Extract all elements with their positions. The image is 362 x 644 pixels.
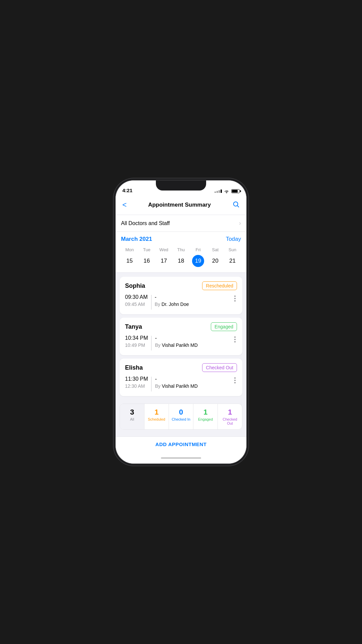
more-dot [234,339,236,340]
apt-info-elisha: - By Vishal Parikh MD [155,376,230,389]
add-appointment-bar[interactable]: ADD APPOINTMENT [116,436,246,452]
more-dot [234,300,236,302]
status-badge-rescheduled: Rescheduled [202,281,237,290]
tab-scheduled-number: 1 [146,408,167,417]
divider-sophia [151,295,152,310]
tab-engaged-number: 1 [195,408,216,417]
tab-all-label: All [121,417,143,421]
tab-checked-in-label: Checked In [170,417,192,421]
search-button[interactable] [231,199,241,211]
patient-name-sophia: Sophia [125,282,145,289]
more-dot [234,296,236,297]
card-times-tanya: 10:34 PM 10:49 PM - By Vishal Parikh MD [125,335,237,351]
apt-info-tanya: - By Vishal Parikh MD [155,335,230,348]
appointment-card-elisha: Elisha Checked Out 11:30 PM 12:30 AM - [120,359,242,396]
divider-elisha [151,377,152,391]
tab-checked-in-number: 0 [170,408,192,417]
apt-dash-tanya: - [155,335,230,341]
more-dot [234,380,236,381]
status-time: 4:21 [122,187,132,193]
tab-scheduled-label: Scheduled [146,417,167,421]
day-header-tue: Tue [138,247,155,252]
search-icon [232,201,240,208]
signal-icon [215,190,222,193]
date-15[interactable]: 15 [121,255,138,267]
card-top-sophia: Sophia Rescheduled [125,281,237,290]
calendar-section: March 2021 Today Mon Tue Wed Thu Fri Sat… [116,232,246,273]
summary-tabs: 3 All 1 Scheduled 0 Checked In 1 Engaged [120,404,242,430]
home-bar [161,457,201,459]
patient-name-elisha: Elisha [125,364,143,371]
time-block-sophia: 09:30 AM 09:45 AM [125,294,148,307]
apt-doctor-tanya: By Vishal Parikh MD [155,342,230,348]
day-header-sun: Sun [224,247,241,252]
day-header-wed: Wed [155,247,172,252]
date-17[interactable]: 17 [155,255,172,267]
time-start-elisha: 11:30 PM [125,376,148,382]
home-indicator [116,452,246,464]
calendar-days-header: Mon Tue Wed Thu Fri Sat Sun [121,247,241,252]
patient-name-tanya: Tanya [125,323,142,330]
calendar-dates: 15 16 17 18 19 20 21 [121,255,241,267]
battery-icon [231,189,240,193]
more-button-elisha[interactable] [233,376,237,385]
tab-checked-in[interactable]: 0 Checked In [169,404,193,429]
date-21[interactable]: 21 [224,255,241,267]
time-end-tanya: 10:49 PM [125,342,148,348]
status-icons [215,189,240,193]
tab-all-number: 3 [121,408,143,417]
appointments-list: Sophia Rescheduled 09:30 AM 09:45 AM - [116,273,246,400]
more-button-sophia[interactable] [233,294,237,303]
more-button-tanya[interactable] [233,335,237,344]
more-dot [234,377,236,379]
doctor-selector-text: All Doctors and Staff [121,220,170,226]
tab-scheduled[interactable]: 1 Scheduled [144,404,169,429]
tab-checked-out-number: 1 [219,408,241,417]
status-badge-checked-out: Checked Out [202,363,237,372]
appointment-card-tanya: Tanya Engaged 10:34 PM 10:49 PM - By [120,318,242,355]
tab-checked-out-label: Checked Out [219,417,241,425]
time-start-sophia: 09:30 AM [125,294,148,300]
time-end-elisha: 12:30 AM [125,383,148,389]
day-header-thu: Thu [172,247,189,252]
tab-checked-out[interactable]: 1 Checked Out [218,404,242,429]
card-top-tanya: Tanya Engaged [125,322,237,331]
tab-engaged-label: Engaged [195,417,216,421]
header: < Appointment Summary [116,195,246,215]
card-top-elisha: Elisha Checked Out [125,363,237,372]
more-dot [234,382,236,383]
date-20[interactable]: 20 [207,255,224,267]
day-header-sat: Sat [207,247,224,252]
day-header-fri: Fri [190,247,207,252]
day-header-mon: Mon [121,247,138,252]
date-19-selected[interactable]: 19 [192,255,204,267]
back-button[interactable]: < [121,199,128,211]
date-18[interactable]: 18 [172,255,189,267]
card-times-elisha: 11:30 PM 12:30 AM - By Vishal Parikh MD [125,376,237,391]
time-block-tanya: 10:34 PM 10:49 PM [125,335,148,348]
divider-tanya [151,336,152,351]
status-badge-engaged: Engaged [211,322,237,331]
apt-info-sophia: - By Dr. John Doe [155,294,230,307]
more-dot [234,341,236,342]
appointment-card-sophia: Sophia Rescheduled 09:30 AM 09:45 AM - [120,277,242,314]
month-label: March 2021 [121,236,152,243]
apt-doctor-sophia: By Dr. John Doe [155,302,230,307]
page-title: Appointment Summary [148,202,211,208]
time-start-tanya: 10:34 PM [125,335,148,341]
more-dot [234,336,236,338]
tab-engaged[interactable]: 1 Engaged [193,404,218,429]
time-end-sophia: 09:45 AM [125,302,148,307]
doctor-selector[interactable]: All Doctors and Staff › [116,215,246,232]
wifi-icon [224,189,229,193]
apt-dash-sophia: - [155,294,230,300]
more-dot [234,298,236,299]
apt-doctor-elisha: By Vishal Parikh MD [155,383,230,389]
calendar-header: March 2021 Today [121,236,241,243]
tab-all[interactable]: 3 All [120,404,144,429]
date-16[interactable]: 16 [138,255,155,267]
time-block-elisha: 11:30 PM 12:30 AM [125,376,148,389]
chevron-right-icon: › [239,220,241,227]
svg-line-1 [237,206,239,207]
today-button[interactable]: Today [226,236,241,243]
